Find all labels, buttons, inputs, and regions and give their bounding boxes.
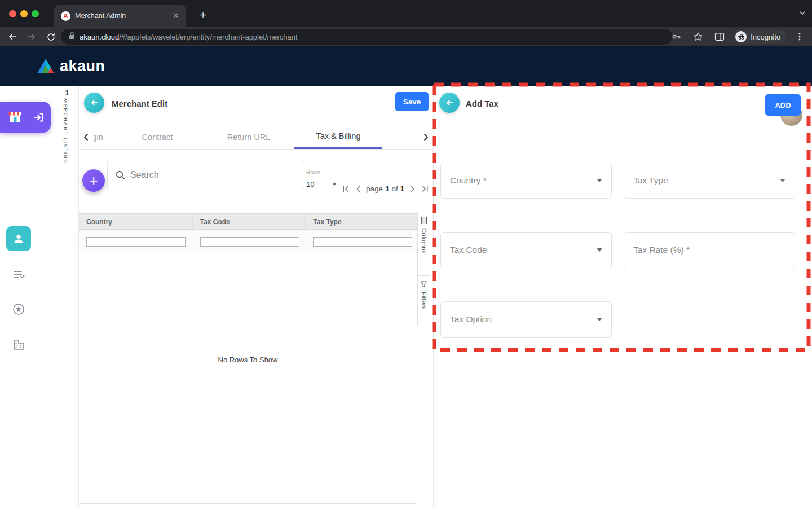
add-tax-back-button[interactable]	[439, 93, 460, 113]
module-rail: 1 MERCHANT LISTING	[39, 86, 79, 508]
screen: A Merchant Admin ✕ + akaun.cloud/#/apple…	[0, 0, 812, 508]
tax-rate-field-label: Tax Rate (%) *	[633, 245, 690, 255]
merchant-edit-tabs: Login Contract Return URL Tax & Billing	[79, 125, 433, 150]
table-header-row: Country Tax Code Tax Type	[79, 213, 417, 230]
tab-search-chevron-icon[interactable]	[798, 9, 806, 19]
add-row-button[interactable]: +	[82, 169, 105, 192]
filters-panel-tab[interactable]: Filters	[417, 275, 430, 326]
page-indicator: page 1 of 1	[366, 185, 404, 193]
search-icon	[116, 170, 125, 180]
chevron-down-icon	[597, 179, 602, 182]
country-select-label: Country *	[450, 176, 487, 186]
chevron-down-icon	[780, 179, 785, 182]
of-word: of	[392, 185, 398, 193]
page-word: page	[366, 185, 383, 193]
akaun-logo: akaun	[36, 58, 105, 75]
sidebar-item-merchant-active[interactable]	[0, 102, 51, 133]
back-button[interactable]	[5, 29, 20, 45]
panel-divider	[433, 86, 434, 508]
merchant-edit-title: Merchant Edit	[112, 99, 167, 108]
arrow-left-icon	[90, 98, 99, 107]
page-total: 1	[400, 185, 405, 193]
rows-value: 10	[306, 180, 314, 189]
columns-icon	[421, 217, 427, 224]
forward-button[interactable]	[24, 29, 39, 45]
country-select[interactable]: Country *	[440, 163, 612, 199]
url-domain: akaun.cloud	[80, 33, 119, 41]
chevron-down-icon	[332, 183, 337, 186]
akaun-logo-icon	[36, 58, 55, 75]
prev-page-button[interactable]	[353, 183, 363, 194]
tab-close-icon[interactable]: ✕	[172, 11, 179, 21]
window-close-button[interactable]	[9, 10, 16, 17]
module-vertical-label: MERCHANT LISTING	[63, 98, 69, 164]
window-zoom-button[interactable]	[32, 10, 39, 17]
sidebar-item-favorites[interactable]	[12, 303, 25, 318]
last-page-button[interactable]	[420, 183, 430, 194]
sidebar-item-profile[interactable]	[6, 226, 31, 251]
side-panel-icon[interactable]	[712, 29, 727, 45]
first-page-button[interactable]	[340, 183, 350, 194]
new-tab-button[interactable]: +	[195, 7, 211, 23]
add-tax-title: Add Tax	[466, 99, 498, 108]
list-icon	[12, 268, 25, 281]
filter-input-country[interactable]	[86, 237, 186, 247]
url-bar[interactable]: akaun.cloud/#/applets/wavelet/erp/entity…	[61, 29, 672, 45]
arrow-left-icon	[445, 98, 454, 107]
tab-return-url[interactable]: Return URL	[203, 125, 294, 149]
tax-option-select[interactable]: Tax Option	[440, 301, 612, 338]
tax-type-select-label: Tax Type	[633, 176, 668, 186]
person-icon	[12, 233, 25, 245]
login-arrow-icon	[33, 112, 44, 123]
sidebar-item-organization[interactable]	[12, 338, 25, 354]
table-filter-row	[79, 230, 417, 253]
column-header-tax-code[interactable]: Tax Code	[193, 214, 306, 229]
column-header-country[interactable]: Country	[79, 214, 193, 229]
tax-table: Country Tax Code Tax Type No Rows To Sho…	[79, 213, 417, 504]
app-header: akaun	[0, 46, 812, 86]
window-minimize-button[interactable]	[20, 10, 28, 17]
tab-login[interactable]: Login	[94, 125, 112, 149]
tax-code-select[interactable]: Tax Code	[440, 232, 612, 268]
tabs-scroll-right-icon[interactable]	[418, 125, 433, 149]
rows-label: Rows	[306, 169, 337, 176]
add-button[interactable]: ADD	[765, 94, 801, 116]
building-icon	[12, 338, 25, 352]
columns-panel-tab[interactable]: Columns	[417, 212, 430, 275]
bookmark-star-icon[interactable]	[690, 29, 706, 45]
filter-funnel-icon	[420, 281, 427, 288]
browser-tabstrip: A Merchant Admin ✕ +	[0, 0, 812, 27]
sidebar-item-listing[interactable]	[12, 268, 25, 283]
merchant-edit-back-button[interactable]	[84, 93, 104, 113]
tax-type-select[interactable]: Tax Type	[624, 163, 795, 199]
tax-rate-field[interactable]: Tax Rate (%) *	[624, 232, 795, 268]
tabs-scroll-left-icon[interactable]	[79, 125, 94, 149]
chevron-down-icon	[597, 248, 602, 252]
app-sidebar	[0, 86, 39, 508]
column-header-tax-type[interactable]: Tax Type	[306, 214, 417, 229]
storefront-icon	[7, 110, 23, 124]
browser-tab[interactable]: A Merchant Admin ✕	[54, 5, 186, 27]
incognito-badge: Incognito	[733, 29, 786, 44]
pagination: page 1 of 1	[340, 182, 431, 195]
logo-text: akaun	[60, 58, 105, 75]
search-input[interactable]	[130, 170, 296, 180]
chevron-down-icon	[597, 318, 602, 321]
rows-per-page[interactable]: Rows 10	[306, 169, 337, 191]
filter-input-tax-type[interactable]	[313, 237, 412, 247]
reload-button[interactable]	[43, 29, 59, 45]
browser-menu-icon[interactable]	[792, 29, 807, 45]
tab-favicon: A	[61, 11, 70, 21]
filter-input-tax-code[interactable]	[200, 237, 299, 247]
tab-tax-billing[interactable]: Tax & Billing	[294, 125, 382, 149]
tab-title: Merchant Admin	[75, 12, 167, 20]
incognito-label: Incognito	[751, 33, 780, 41]
tab-contract[interactable]: Contract	[112, 125, 203, 149]
tax-option-select-label: Tax Option	[450, 314, 492, 325]
star-circle-icon	[12, 303, 25, 316]
lock-icon	[69, 32, 75, 42]
next-page-button[interactable]	[407, 183, 417, 194]
save-button[interactable]: Save	[395, 92, 429, 111]
password-key-icon[interactable]	[669, 29, 685, 45]
url-text: akaun.cloud/#/applets/wavelet/erp/entity…	[80, 33, 298, 41]
